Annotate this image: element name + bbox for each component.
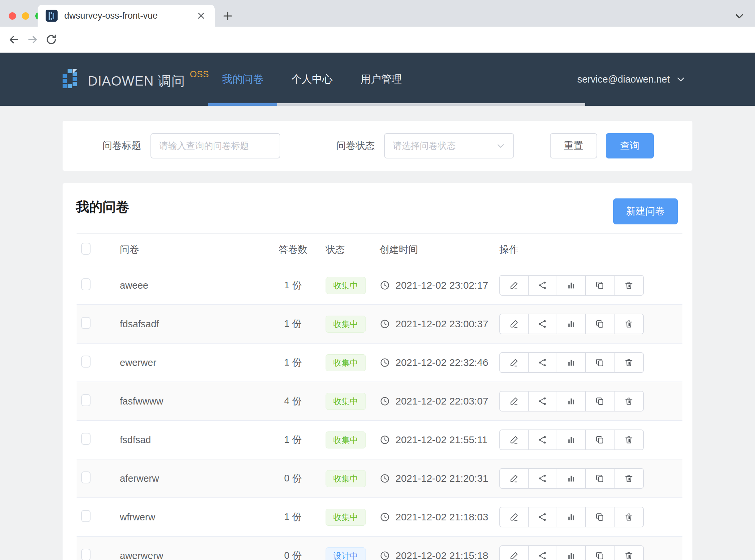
reload-button[interactable] — [42, 30, 61, 49]
edit-button[interactable] — [500, 276, 529, 295]
copy-icon — [595, 513, 605, 522]
tab-search-chevron-icon[interactable] — [732, 9, 747, 23]
app-logo[interactable]: DIAOWEN 调问 OSS — [63, 68, 209, 90]
survey-name: aweee — [120, 280, 263, 291]
copy-button[interactable] — [586, 546, 614, 560]
copy-icon — [595, 474, 605, 483]
col-header-created: 创建时间 — [380, 243, 499, 256]
tab-close-icon[interactable] — [196, 10, 207, 21]
share-button[interactable] — [529, 353, 557, 372]
share-icon — [538, 281, 547, 290]
nav-item-my-surveys[interactable]: 我的问卷 — [208, 53, 277, 106]
status-badge: 收集中 — [326, 470, 366, 487]
row-checkbox[interactable] — [81, 510, 90, 522]
edit-button[interactable] — [500, 430, 529, 449]
clock-icon — [380, 473, 390, 484]
copy-button[interactable] — [586, 430, 614, 449]
stats-button[interactable] — [557, 392, 586, 411]
stats-button[interactable] — [557, 430, 586, 449]
copy-button[interactable] — [586, 392, 614, 411]
copy-button[interactable] — [586, 469, 614, 488]
clock-icon — [380, 435, 390, 445]
share-button[interactable] — [529, 430, 557, 449]
copy-button[interactable] — [586, 507, 614, 527]
minimize-window-button[interactable] — [22, 12, 29, 20]
survey-status-select[interactable]: 请选择问卷状态 — [384, 133, 514, 159]
brand-name: DIAOWEN 调问 — [88, 72, 185, 90]
delete-button[interactable] — [614, 507, 643, 527]
row-checkbox[interactable] — [81, 317, 90, 329]
select-all-checkbox[interactable] — [81, 243, 90, 255]
delete-button[interactable] — [614, 546, 643, 560]
copy-button[interactable] — [586, 314, 614, 334]
created-time: 2021-12-02 21:20:31 — [395, 473, 488, 484]
nav-item-user-admin[interactable]: 用户管理 — [347, 53, 416, 106]
edit-button[interactable] — [500, 507, 529, 527]
delete-button[interactable] — [614, 392, 643, 411]
tab-strip: dwsurvey-oss-front-vue — [0, 0, 755, 27]
edit-button[interactable] — [500, 469, 529, 488]
delete-button[interactable] — [614, 353, 643, 372]
stats-button[interactable] — [557, 276, 586, 295]
back-button[interactable] — [5, 30, 23, 49]
edit-button[interactable] — [500, 392, 529, 411]
share-button[interactable] — [529, 507, 557, 527]
row-checkbox[interactable] — [81, 394, 90, 406]
delete-button[interactable] — [614, 276, 643, 295]
row-checkbox[interactable] — [81, 549, 90, 560]
delete-button[interactable] — [614, 469, 643, 488]
row-checkbox[interactable] — [81, 356, 90, 367]
row-checkbox[interactable] — [81, 472, 90, 483]
edit-button[interactable] — [500, 353, 529, 372]
table-body: aweee 1 份 收集中 2021-12-02 23:02:17 — [77, 266, 682, 560]
share-icon — [538, 319, 547, 328]
copy-icon — [595, 397, 605, 406]
create-survey-button[interactable]: 新建问卷 — [613, 198, 678, 224]
created-time: 2021-12-02 23:00:37 — [395, 318, 488, 329]
row-checkbox[interactable] — [81, 433, 90, 445]
copy-button[interactable] — [586, 353, 614, 372]
share-button[interactable] — [529, 392, 557, 411]
edit-pencil-icon — [509, 319, 519, 328]
col-header-actions: 操作 — [499, 243, 682, 256]
edit-pencil-icon — [509, 435, 519, 444]
search-button[interactable]: 查询 — [606, 133, 654, 159]
table-row: ewerwer 1 份 收集中 2021-12-02 22:32:46 — [77, 344, 682, 382]
page-title: 我的问卷 — [76, 198, 129, 216]
status-badge: 收集中 — [326, 393, 366, 410]
row-actions — [499, 468, 644, 489]
stats-button[interactable] — [557, 546, 586, 560]
forward-button[interactable] — [23, 30, 42, 49]
share-button[interactable] — [529, 276, 557, 295]
edit-button[interactable] — [500, 546, 529, 560]
clock-icon — [380, 551, 390, 560]
browser-tab[interactable]: dwsurvey-oss-front-vue — [38, 5, 215, 27]
stats-button[interactable] — [557, 314, 586, 334]
user-menu[interactable]: service@diaowen.net — [577, 53, 686, 106]
reset-button[interactable]: 重置 — [550, 133, 597, 159]
survey-status-placeholder: 请选择问卷状态 — [393, 140, 456, 152]
edit-button[interactable] — [500, 314, 529, 334]
stats-button[interactable] — [557, 507, 586, 527]
survey-title-input[interactable]: 请输入查询的问卷标题 — [150, 133, 280, 159]
status-badge: 收集中 — [326, 316, 366, 333]
survey-name: fsdfsad — [120, 435, 263, 445]
share-button[interactable] — [529, 469, 557, 488]
delete-button[interactable] — [614, 430, 643, 449]
share-button[interactable] — [529, 314, 557, 334]
delete-button[interactable] — [614, 314, 643, 334]
nav-item-profile[interactable]: 个人中心 — [277, 53, 347, 106]
share-icon — [538, 474, 547, 483]
stats-button[interactable] — [557, 353, 586, 372]
stats-button[interactable] — [557, 469, 586, 488]
row-checkbox[interactable] — [81, 278, 90, 290]
status-badge: 收集中 — [326, 354, 366, 371]
copy-icon — [595, 551, 605, 560]
share-icon — [538, 358, 547, 367]
bar-chart-icon — [567, 435, 576, 444]
close-window-button[interactable] — [9, 12, 16, 20]
trash-icon — [624, 474, 633, 483]
share-button[interactable] — [529, 546, 557, 560]
new-tab-button[interactable] — [220, 9, 235, 23]
copy-button[interactable] — [586, 276, 614, 295]
